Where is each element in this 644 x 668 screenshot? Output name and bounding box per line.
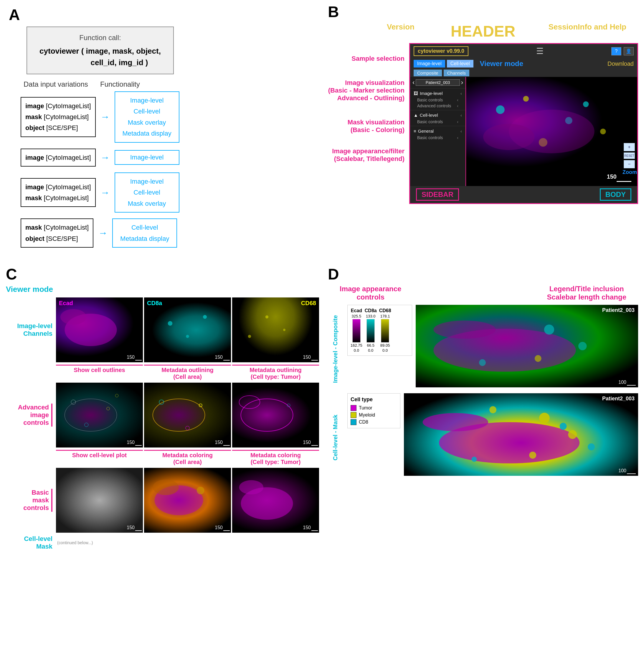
section-d: D Image appearancecontrols Legend/Title … bbox=[322, 259, 644, 556]
svg-point-1 bbox=[523, 96, 529, 102]
show-cell-level-plot-label: Show cell-level plot bbox=[56, 450, 143, 467]
outline-overlay bbox=[56, 383, 143, 447]
viewer-mode-bar: Image-level Cell-level Viewer mode Downl… bbox=[410, 58, 637, 69]
mask-color-type-scalebar-val: 150 bbox=[303, 525, 311, 530]
tab-channels[interactable]: Channels bbox=[444, 70, 469, 76]
app-footer: SIDEBAR BODY bbox=[410, 186, 637, 203]
c-row-3: Basicmask controls 150 bbox=[6, 468, 319, 533]
sidebar-section-general: ≡ General ‹ Basic controls‹ bbox=[410, 126, 466, 142]
function-call-title: Function call: bbox=[34, 32, 166, 43]
app-title-badge: cytoviewer v0.99.0 bbox=[414, 46, 468, 56]
app-titlebar: cytoviewer v0.99.0 ☰ ? 👤 bbox=[410, 44, 637, 58]
func-box-1: Image-levelCell-levelMask overlayMetadat… bbox=[115, 91, 179, 143]
mask-color-area-scalebar-val: 150 bbox=[215, 525, 223, 530]
svg-point-29 bbox=[153, 480, 179, 495]
sidebar-item-basic-controls-3[interactable]: Basic controls‹ bbox=[412, 135, 463, 141]
prev-sample-btn[interactable]: ‹ bbox=[412, 79, 414, 86]
c-img-mask-color-type: 150 bbox=[232, 468, 319, 533]
svg-point-0 bbox=[496, 105, 505, 114]
func-box-4: Cell-levelMetadata display bbox=[112, 218, 177, 248]
c-img-mask: 150 bbox=[56, 468, 143, 533]
c-img-mask-color-area: 150 bbox=[144, 468, 231, 533]
app-sidebar: ‹ Patient2_003 › 🖼 Image-level ‹ bbox=[410, 77, 466, 186]
c-row-2-header: Show cell outlines Metadata outlining(Ce… bbox=[6, 365, 319, 381]
svg-point-42 bbox=[568, 430, 577, 439]
sample-select[interactable]: Patient2_003 bbox=[416, 79, 459, 86]
annot-image-appear: Image appearance/filter(Scalebar, Title/… bbox=[328, 147, 405, 163]
sidebar-label: SIDEBAR bbox=[416, 188, 459, 201]
mask-color-type-scalebar-line bbox=[311, 530, 318, 531]
d-mask-image: Patient2_003 100 bbox=[404, 393, 638, 476]
page-container: A Function call: cytoviewer ( image, mas… bbox=[0, 0, 644, 556]
c-img-cd8a: CD8a 150 bbox=[144, 298, 231, 362]
data-input-4: mask [CytoImageList] object [SCE/SPE] bbox=[21, 218, 93, 248]
svg-point-40 bbox=[423, 413, 488, 431]
show-cell-outlines-label: Show cell outlines bbox=[56, 365, 143, 381]
meta-area-scalebar-val: 150 bbox=[215, 440, 223, 445]
viewer-mode-tabs: Image-level Cell-level bbox=[414, 60, 473, 67]
data-input-2: image [CytoImageList] bbox=[21, 149, 96, 167]
section-d-label: D bbox=[328, 265, 638, 283]
sidebar-section-image: 🖼 Image-level ‹ Basic controls‹ Advanced… bbox=[410, 88, 466, 110]
sidebar-item-basic-controls-1[interactable]: Basic controls‹ bbox=[412, 97, 463, 103]
cytoviewer-app: cytoviewer v0.99.0 ☰ ? 👤 Image- bbox=[409, 43, 638, 204]
svg-point-19 bbox=[84, 423, 89, 427]
help-btn[interactable]: ? bbox=[611, 47, 621, 56]
arrow-4: → bbox=[98, 228, 108, 239]
c-row-1: Image-levelChannels Ecad 150 bbox=[6, 298, 319, 362]
svg-point-46 bbox=[472, 457, 477, 462]
func-box-2: Image-level bbox=[115, 150, 179, 165]
c-img-outline: 150 bbox=[56, 383, 143, 447]
svg-point-41 bbox=[539, 413, 550, 423]
myeloid-swatch bbox=[350, 412, 357, 418]
image-scalebar-line bbox=[617, 181, 631, 182]
tab-image-level[interactable]: Image-level bbox=[414, 60, 445, 67]
annot-image-vis: Image visualization(Basic - Marker selec… bbox=[328, 79, 405, 102]
c-row-1-label: Image-levelChannels bbox=[6, 298, 56, 362]
ecad-scalebar-val: 150 bbox=[127, 355, 135, 360]
cd8a-color-bar: CD8a 133.0 66.5 0.0 bbox=[365, 308, 377, 352]
ecad-scalebar-line bbox=[135, 360, 142, 361]
user-btn[interactable]: 👤 bbox=[624, 47, 634, 56]
legend-row-cd8: CD8 bbox=[350, 419, 397, 425]
section-b-label: B bbox=[328, 3, 638, 21]
svg-point-44 bbox=[489, 406, 497, 413]
tab-cell-level[interactable]: Cell-level bbox=[447, 60, 473, 67]
mask-scalebar-line bbox=[627, 473, 636, 474]
zoom-minus-btn[interactable]: − bbox=[624, 160, 635, 168]
c-img-ecad: Ecad 150 bbox=[56, 298, 143, 362]
outline-scalebar-val: 150 bbox=[127, 440, 135, 445]
cd68-color-bar: CD68 178.1 89.05 0.0 bbox=[379, 308, 391, 352]
download-label[interactable]: Download bbox=[608, 60, 634, 67]
d-composite-block: Ecad 325.5 162.75 0.0 CD8a 133.0 bbox=[347, 305, 638, 388]
c-row-2: Advancedimage controls 150 bbox=[6, 383, 319, 447]
ecad-bar-label: Ecad bbox=[351, 308, 362, 313]
svg-point-36 bbox=[578, 342, 586, 350]
sidebar-item-basic-controls-2[interactable]: Basic controls‹ bbox=[412, 119, 463, 125]
cd8a-bar-max: 133.0 bbox=[366, 314, 376, 318]
svg-point-15 bbox=[248, 335, 251, 338]
svg-point-43 bbox=[529, 452, 536, 459]
meta-type-scalebar-val: 150 bbox=[303, 440, 311, 445]
cell-level-icon: ▲ bbox=[414, 112, 418, 118]
svg-point-9 bbox=[60, 309, 87, 325]
svg-point-30 bbox=[197, 487, 204, 495]
c-row-2-label: Advancedimage controls bbox=[6, 383, 56, 447]
cd8a-marker-label: CD8a bbox=[147, 300, 162, 307]
zoom-reset-btn[interactable]: RESET bbox=[624, 152, 635, 159]
tab-composite[interactable]: Composite bbox=[414, 70, 442, 76]
d-label-mask: Cell-level - Mask bbox=[328, 393, 343, 482]
ecad-marker-label: Ecad bbox=[59, 300, 73, 307]
app-menu-icon[interactable]: ☰ bbox=[536, 46, 544, 56]
general-icon: ≡ bbox=[414, 128, 416, 134]
legend-row-tumor: Tumor bbox=[350, 405, 397, 411]
next-sample-btn[interactable]: › bbox=[461, 79, 463, 86]
svg-point-45 bbox=[560, 423, 567, 430]
zoom-plus-btn[interactable]: + bbox=[624, 143, 635, 151]
c-row-3-header: Show cell-level plot Metadata coloring(C… bbox=[6, 450, 319, 467]
svg-point-37 bbox=[535, 355, 541, 362]
cell-type-legend-title: Cell type bbox=[350, 396, 397, 403]
sidebar-item-advanced-controls[interactable]: Advanced controls‹ bbox=[412, 103, 463, 109]
svg-point-10 bbox=[168, 321, 173, 326]
ecad-bar-max: 325.5 bbox=[352, 314, 361, 318]
